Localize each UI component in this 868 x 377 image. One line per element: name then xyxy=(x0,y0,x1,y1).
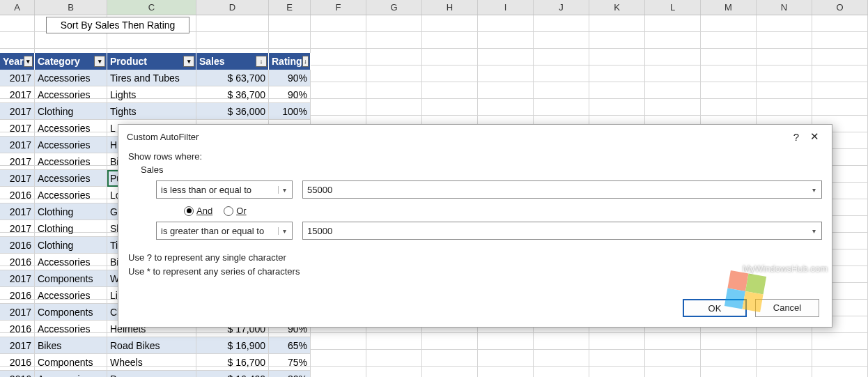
cell-category[interactable]: Components xyxy=(35,270,107,287)
grid-cell[interactable] xyxy=(701,333,757,350)
close-icon[interactable]: ✕ xyxy=(805,130,823,143)
grid-cell[interactable] xyxy=(812,32,868,49)
grid-cell[interactable] xyxy=(645,82,701,99)
grid-cell[interactable] xyxy=(422,333,478,350)
grid-cell[interactable] xyxy=(478,367,534,377)
cell-year[interactable]: 2016 xyxy=(0,321,35,337)
filter-dropdown-icon[interactable]: ▾ xyxy=(24,56,33,67)
grid-cell[interactable] xyxy=(196,15,269,32)
cell-category[interactable]: Accessories xyxy=(35,86,107,103)
grid-cell[interactable] xyxy=(366,99,422,116)
grid-cell[interactable] xyxy=(422,99,478,116)
cell-product[interactable]: Tires and Tubes xyxy=(107,70,196,86)
grid-cell[interactable] xyxy=(311,333,366,350)
grid-cell[interactable] xyxy=(422,367,478,377)
grid-cell[interactable] xyxy=(757,49,812,66)
cell-year[interactable]: 2017 xyxy=(0,86,35,103)
grid-cell[interactable] xyxy=(757,15,812,32)
grid-cell[interactable] xyxy=(589,367,645,377)
column-header-F[interactable]: F xyxy=(311,0,366,15)
grid-cell[interactable] xyxy=(701,367,757,377)
cell-year[interactable]: 2016 xyxy=(0,354,35,371)
grid-cell[interactable] xyxy=(812,99,868,116)
cell-rating[interactable]: 90% xyxy=(269,86,311,103)
grid-cell[interactable] xyxy=(589,350,645,367)
grid-cell[interactable] xyxy=(478,333,534,350)
cell-category[interactable]: Accessories xyxy=(35,287,107,304)
grid-cell[interactable] xyxy=(422,66,478,82)
grid-cell[interactable] xyxy=(311,367,366,377)
value-1-input[interactable]: 55000 ▾ xyxy=(302,180,822,199)
header-sales[interactable]: Sales ↓ xyxy=(196,53,269,70)
cell-product[interactable]: Lights xyxy=(107,86,196,103)
grid-cell[interactable] xyxy=(534,49,589,66)
filter-dropdown-icon[interactable]: ▾ xyxy=(183,56,194,67)
cell-category[interactable]: Accessories xyxy=(35,170,107,187)
header-year[interactable]: Year ▾ xyxy=(0,53,35,70)
grid-cell[interactable] xyxy=(366,66,422,82)
grid-cell[interactable] xyxy=(757,99,812,116)
grid-cell[interactable] xyxy=(645,15,701,32)
cell-category[interactable]: Clothing xyxy=(35,203,107,220)
cell-year[interactable]: 2017 xyxy=(0,304,35,321)
column-header-G[interactable]: G xyxy=(366,0,422,15)
column-header-L[interactable]: L xyxy=(645,0,701,15)
grid-cell[interactable] xyxy=(589,66,645,82)
grid-cell[interactable] xyxy=(366,367,422,377)
column-header-E[interactable]: E xyxy=(269,0,311,15)
cell-rating[interactable]: 65% xyxy=(269,337,311,354)
cell-sales[interactable]: $ 63,700 xyxy=(196,70,269,86)
grid-cell[interactable] xyxy=(311,66,366,82)
grid-cell[interactable] xyxy=(366,82,422,99)
grid-cell[interactable] xyxy=(422,49,478,66)
grid-cell[interactable] xyxy=(366,32,422,49)
grid-cell[interactable] xyxy=(589,15,645,32)
cell-year[interactable]: 2017 xyxy=(0,70,35,86)
grid-cell[interactable] xyxy=(701,99,757,116)
column-header-B[interactable]: B xyxy=(35,0,107,15)
grid-cell[interactable] xyxy=(478,32,534,49)
grid-cell[interactable] xyxy=(366,350,422,367)
cell-year[interactable]: 2016 xyxy=(0,254,35,270)
grid-cell[interactable] xyxy=(422,82,478,99)
grid-cell[interactable] xyxy=(534,333,589,350)
cell-category[interactable]: Clothing xyxy=(35,237,107,254)
header-rating[interactable]: Rating ↓ xyxy=(269,53,311,70)
value-2-input[interactable]: 15000 ▾ xyxy=(302,222,822,240)
cell-sales[interactable]: $ 36,000 xyxy=(196,103,269,120)
cell-category[interactable]: Components xyxy=(35,354,107,371)
or-radio[interactable]: Or xyxy=(224,206,246,216)
grid-cell[interactable] xyxy=(589,49,645,66)
grid-cell[interactable] xyxy=(366,15,422,32)
grid-cell[interactable] xyxy=(311,99,366,116)
grid-cell[interactable] xyxy=(757,82,812,99)
cell-product[interactable]: Tights xyxy=(107,103,196,120)
column-header-C[interactable]: C xyxy=(107,0,196,15)
grid-cell[interactable] xyxy=(701,49,757,66)
grid-cell[interactable] xyxy=(35,32,107,49)
grid-cell[interactable] xyxy=(422,32,478,49)
grid-cell[interactable] xyxy=(757,367,812,377)
table-row[interactable]: 2016ComponentsWheels$ 16,70075% xyxy=(0,354,311,371)
cell-rating[interactable]: 80% xyxy=(269,371,311,377)
grid-cell[interactable] xyxy=(757,32,812,49)
grid-cell[interactable] xyxy=(701,82,757,99)
grid-cell[interactable] xyxy=(0,32,35,49)
grid-cell[interactable] xyxy=(269,15,311,32)
cell-year[interactable]: 2016 xyxy=(0,287,35,304)
column-header-O[interactable]: O xyxy=(812,0,868,15)
header-category[interactable]: Category ▾ xyxy=(35,53,107,70)
grid-cell[interactable] xyxy=(645,49,701,66)
grid-cell[interactable] xyxy=(478,99,534,116)
and-radio[interactable]: And xyxy=(184,206,212,216)
grid-cell[interactable] xyxy=(422,350,478,367)
cell-category[interactable]: Clothing xyxy=(35,220,107,237)
cell-category[interactable]: Accessories xyxy=(35,371,107,377)
operator-1-dropdown[interactable]: is less than or equal to ▾ xyxy=(156,180,293,199)
grid-cell[interactable] xyxy=(311,350,366,367)
table-row[interactable]: 2017ClothingTights$ 36,000100% xyxy=(0,103,311,120)
grid-cell[interactable] xyxy=(701,15,757,32)
column-header-D[interactable]: D xyxy=(196,0,269,15)
grid-cell[interactable] xyxy=(645,99,701,116)
table-row[interactable]: 2016AccessoriesPumps$ 16,40080% xyxy=(0,371,311,377)
